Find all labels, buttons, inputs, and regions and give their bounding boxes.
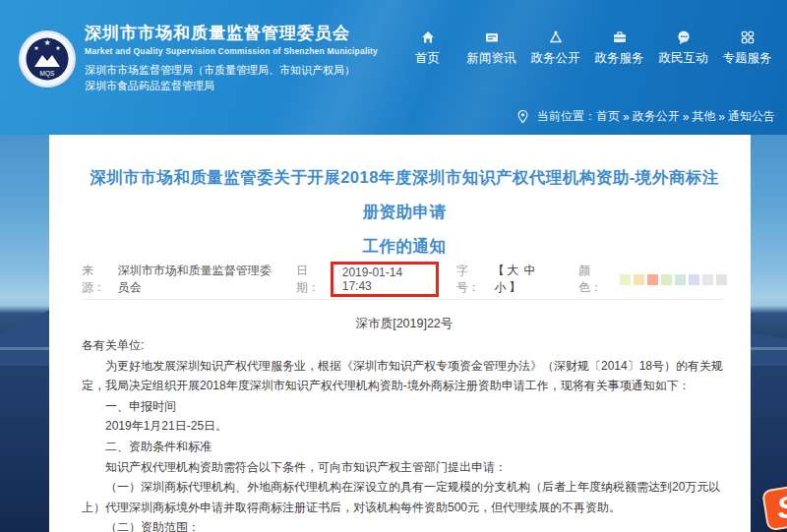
- color-label: 颜色：: [578, 263, 611, 296]
- fontsize-small-button[interactable]: 小: [494, 280, 507, 294]
- scale-icon: [548, 30, 564, 45]
- paragraph-condition-2: （二）资助范围：: [82, 517, 727, 532]
- breadcrumb-item-notices[interactable]: 通知公告: [728, 108, 775, 125]
- nav-item-special-services[interactable]: 专题服务: [715, 30, 779, 67]
- breadcrumb-item-disclosure[interactable]: 政务公开: [633, 108, 680, 125]
- nav-item-public-interaction[interactable]: 政民互动: [651, 30, 715, 67]
- breadcrumb-separator: »: [718, 110, 725, 124]
- svg-text:MQS: MQS: [40, 70, 55, 78]
- color-swatch[interactable]: [689, 274, 699, 285]
- article-title-line2: 工作的通知: [82, 229, 727, 264]
- main-nav: 首页 新闻资讯 政务公开 政务服务: [395, 30, 779, 67]
- paragraph-conditions: 知识产权代理机构资助需符合以下条件，可向市知识产权主管部门提出申请：: [82, 457, 727, 478]
- agency-emblem-icon: ★ ★ ★ MQS: [18, 30, 77, 89]
- breadcrumb-separator: »: [683, 110, 690, 124]
- color-swatch[interactable]: [702, 274, 713, 285]
- grid-icon: [740, 30, 756, 45]
- source-value: 深圳市市场和质量监督管理委员会: [118, 263, 278, 296]
- agency-logo: ★ ★ ★ MQS: [18, 30, 77, 89]
- document-number: 深市质[2019]22号: [82, 314, 727, 333]
- date-label: 日期：: [296, 263, 329, 296]
- nav-item-gov-services[interactable]: 政务服务: [587, 30, 651, 67]
- svg-text:★: ★: [55, 45, 60, 51]
- org-identity: 深圳市市场和质量监督管理委员会 Market and Quality Super…: [85, 24, 378, 93]
- svg-text:★: ★: [43, 38, 50, 47]
- color-swatch[interactable]: [620, 274, 631, 285]
- org-name-cn: 深圳市市场和质量监督管理委员会: [85, 24, 378, 43]
- site-header: ★ ★ ★ MQS 深圳市市场和质量监督管理委员会 Market and Qua…: [0, 0, 787, 135]
- fontsize-label: 字号：: [456, 263, 489, 296]
- bureau-link-food-drug[interactable]: 深圳市食品药品监督管理局: [85, 79, 378, 94]
- svg-text:★: ★: [33, 45, 38, 51]
- org-name-en: Market and Quality Supervision Commissio…: [85, 46, 378, 56]
- page: ★ ★ ★ MQS 深圳市市场和质量监督管理委员会 Market and Qua…: [0, 0, 787, 532]
- article-title: 深圳市市场和质量监管委关于开展2018年度深圳市知识产权代理机构资助-境外商标注…: [82, 160, 727, 264]
- paragraph-salutation: 各有关单位:: [82, 335, 727, 356]
- color-swatches: [617, 274, 727, 285]
- breadcrumb-item-other[interactable]: 其他: [692, 108, 715, 125]
- briefcase-icon: [612, 30, 628, 45]
- home-icon: [420, 30, 436, 45]
- fontsize-control: 【大中小】: [492, 263, 561, 296]
- fontsize-medium-button[interactable]: 中: [523, 264, 536, 277]
- paragraph-heading-2: 二、资助条件和标准: [82, 437, 727, 457]
- color-swatch[interactable]: [661, 274, 672, 285]
- color-swatch[interactable]: [716, 274, 727, 285]
- paragraph-condition-1: （一）深圳商标代理机构、外地商标代理机构在深设立的具有一定规模的分支机构（后者上…: [82, 477, 727, 517]
- news-icon: [484, 30, 500, 45]
- nav-item-news[interactable]: 新闻资讯: [459, 30, 523, 67]
- color-swatch[interactable]: [647, 274, 658, 285]
- paragraph-intro: 为更好地发展深圳知识产权代理服务业，根据《深圳市知识产权专项资金管理办法》（深财…: [82, 356, 727, 396]
- fontsize-bracket-close: 】: [509, 280, 521, 294]
- breadcrumb: 当前位置： 首页 » 政务公开 » 其他 » 通知公告: [515, 108, 775, 125]
- nav-item-home[interactable]: 首页: [395, 30, 459, 67]
- breadcrumb-separator: »: [623, 110, 630, 124]
- bureau-links: 深圳市市场监督管理局（市质量管理局、市知识产权局） 深圳市食品药品监督管理局: [85, 63, 378, 93]
- location-pin-icon: [515, 109, 530, 124]
- paragraph-dates: 2019年1月21日-25日。: [82, 416, 727, 437]
- bureau-link-market[interactable]: 深圳市市场监督管理局（市质量管理局、市知识产权局）: [85, 63, 378, 79]
- fontsize-large-button[interactable]: 大: [507, 264, 519, 277]
- source-label: 来源：: [82, 263, 114, 296]
- chat-icon: [676, 30, 692, 45]
- article-meta: 来源： 深圳市市场和质量监督管理委员会 日期： 2019-01-14 17:43…: [82, 266, 727, 292]
- meta-divider: [84, 299, 725, 300]
- article-body: 各有关单位: 为更好地发展深圳知识产权代理服务业，根据《深圳市知识产权专项资金管…: [82, 335, 727, 532]
- color-swatch[interactable]: [634, 274, 644, 285]
- date-value-highlighted: 2019-01-14 17:43: [331, 262, 439, 297]
- paragraph-heading-1: 一、申报时间: [82, 396, 727, 417]
- breadcrumb-prefix: 当前位置：: [537, 108, 596, 125]
- fontsize-bracket-open: 【: [492, 264, 505, 277]
- article-title-line1: 深圳市市场和质量监管委关于开展2018年度深圳市知识产权代理机构资助-境外商标注…: [82, 160, 727, 229]
- color-swatch[interactable]: [675, 274, 686, 285]
- nav-item-gov-disclosure[interactable]: 政务公开: [523, 30, 587, 67]
- breadcrumb-item-home[interactable]: 首页: [596, 108, 620, 125]
- article-panel: 深圳市市场和质量监管委关于开展2018年度深圳市知识产权代理机构资助-境外商标注…: [49, 135, 751, 532]
